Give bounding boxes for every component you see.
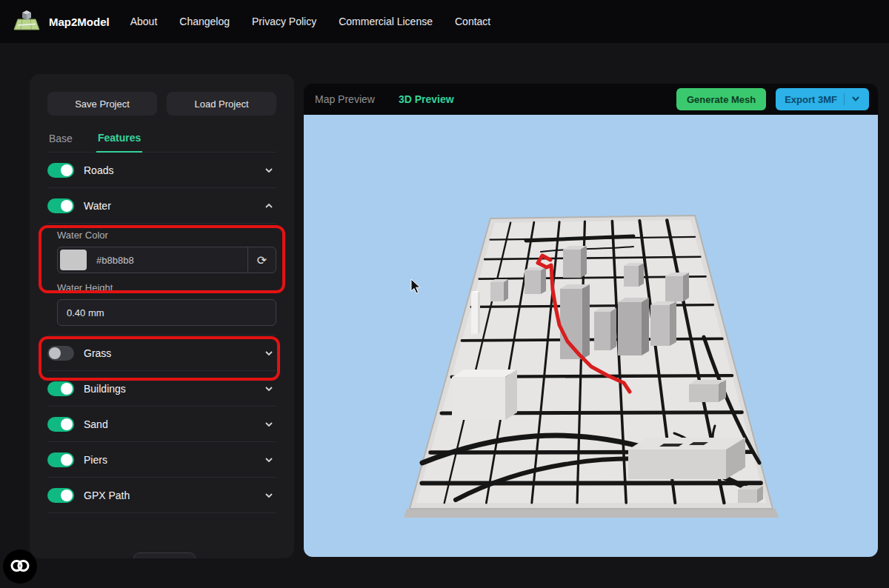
tab-features[interactable]: Features: [96, 132, 142, 153]
water-height-input[interactable]: [57, 299, 276, 326]
feature-row-water: Water: [47, 188, 276, 224]
buildings-toggle[interactable]: [47, 381, 74, 396]
feature-label-grass: Grass: [84, 347, 111, 359]
watermark-badge[interactable]: [3, 549, 37, 584]
water-settings-section: Water Color ⟳ Water Height: [47, 224, 276, 335]
toggle-knob: [61, 200, 73, 212]
feature-row-roads: Roads: [47, 153, 276, 188]
chevron-down-icon[interactable]: [262, 381, 276, 396]
toggle-knob: [49, 347, 61, 359]
3d-preview-viewport[interactable]: [304, 115, 878, 557]
generate-mesh-button[interactable]: Generate Mesh: [676, 88, 766, 110]
chevron-down-icon[interactable]: [262, 452, 276, 467]
toggle-knob: [61, 454, 73, 466]
toggle-knob: [61, 164, 73, 176]
sand-toggle[interactable]: [47, 417, 74, 432]
feature-row-buildings: Buildings: [47, 371, 276, 407]
water-color-swatch[interactable]: [60, 250, 87, 270]
feature-row-sand: Sand: [47, 407, 276, 442]
nav-link-commercial-license[interactable]: Commercial License: [339, 16, 433, 27]
roads-toggle[interactable]: [47, 163, 74, 178]
brand-name: Map2Model: [49, 16, 110, 28]
chevron-up-icon[interactable]: [262, 198, 276, 213]
header-actions: Generate Mesh Export 3MF: [676, 88, 869, 110]
feature-row-gpx-path: GPX Path: [47, 478, 276, 513]
nav-links: About Changelog Privacy Policy Commercia…: [130, 16, 491, 27]
water-color-label: Water Color: [57, 230, 276, 241]
app-logo-icon: [12, 9, 41, 34]
gpx-path-toggle[interactable]: [47, 488, 74, 503]
export-3mf-label: Export 3MF: [785, 94, 837, 105]
piers-toggle[interactable]: [47, 452, 74, 467]
toggle-knob: [61, 490, 73, 501]
project-buttons: Save Project Load Project: [47, 92, 276, 116]
toggle-knob: [61, 418, 73, 430]
tab-3d-preview[interactable]: 3D Preview: [399, 93, 454, 105]
tab-base[interactable]: Base: [47, 132, 74, 152]
app-brand[interactable]: Map2Model: [12, 9, 110, 34]
3d-model-render: [304, 115, 878, 557]
nav-link-about[interactable]: About: [130, 16, 158, 27]
top-navbar: Map2Model About Changelog Privacy Policy…: [0, 0, 889, 43]
clipped-control: [133, 552, 196, 558]
button-divider: [844, 93, 845, 105]
preview-header: Map Preview 3D Preview Generate Mesh Exp…: [304, 84, 878, 115]
feature-label-sand: Sand: [84, 418, 108, 430]
refresh-icon[interactable]: ⟳: [247, 247, 276, 273]
tab-map-preview[interactable]: Map Preview: [315, 93, 375, 105]
feature-label-gpx-path: GPX Path: [84, 490, 130, 501]
grass-toggle[interactable]: [47, 346, 74, 361]
load-project-button[interactable]: Load Project: [167, 92, 276, 116]
linked-rings-icon: [10, 558, 30, 575]
chevron-down-icon[interactable]: [262, 488, 276, 503]
save-project-button[interactable]: Save Project: [47, 92, 157, 116]
feature-label-water: Water: [84, 200, 111, 212]
settings-panel: Save Project Load Project Base Features …: [30, 74, 294, 558]
export-3mf-button[interactable]: Export 3MF: [776, 88, 869, 110]
water-color-input[interactable]: [89, 247, 247, 273]
feature-row-grass: Grass: [47, 335, 276, 371]
feature-label-roads: Roads: [84, 164, 113, 176]
chevron-down-icon[interactable]: [262, 417, 276, 432]
nav-link-contact[interactable]: Contact: [455, 16, 490, 27]
chevron-down-icon[interactable]: [262, 163, 276, 178]
feature-label-piers: Piers: [84, 454, 107, 466]
chevron-down-icon: [851, 94, 860, 105]
feature-label-buildings: Buildings: [84, 383, 126, 395]
nav-link-changelog[interactable]: Changelog: [179, 16, 230, 27]
water-height-label: Water Height: [57, 282, 276, 293]
feature-row-piers: Piers: [47, 442, 276, 478]
chevron-down-icon[interactable]: [262, 346, 276, 361]
toggle-knob: [61, 383, 73, 395]
settings-tabs: Base Features: [47, 132, 276, 153]
water-toggle[interactable]: [47, 198, 74, 213]
water-color-field: ⟳: [57, 247, 276, 273]
nav-link-privacy-policy[interactable]: Privacy Policy: [252, 16, 316, 27]
